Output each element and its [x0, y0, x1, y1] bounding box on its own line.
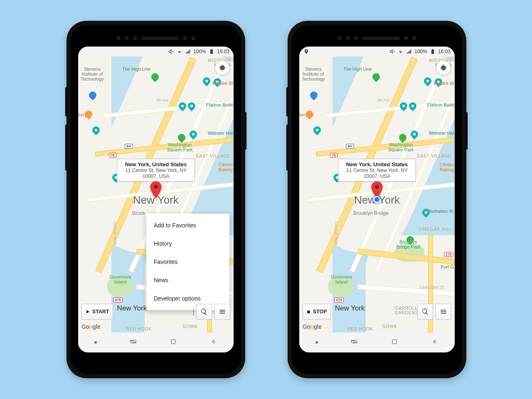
mute-icon	[389, 49, 395, 54]
nav-back-button[interactable]	[431, 337, 439, 347]
8th-ave-label: 8th Ave	[377, 98, 390, 102]
app-bottom-bar: STOP New York	[303, 303, 451, 320]
svg-point-0	[154, 185, 158, 189]
search-button[interactable]	[417, 304, 433, 320]
map-pin-icon[interactable]	[150, 181, 162, 199]
google-logo: Google	[81, 323, 100, 330]
flatiron-label: Flatiron Build	[206, 102, 233, 107]
status-bar: 100% 16:03	[299, 47, 455, 57]
location-callout[interactable]: New York, United States 11 Centre St, Ne…	[117, 159, 195, 182]
vinegar-label: VINEGAR HILL	[419, 227, 452, 232]
route-9a-shield: 9A	[346, 144, 354, 149]
android-nav-bar	[78, 332, 234, 352]
map-canvas[interactable]: 9A 78 478 278 MIDTOWN MANHA Stevens Inst…	[299, 57, 455, 332]
phone-right: 100% 16:03	[288, 21, 466, 378]
nav-home-button[interactable]	[169, 337, 177, 347]
status-bar: 100% 16:03	[78, 47, 234, 57]
start-button-label: START	[92, 309, 109, 315]
webster-label: Webster Hal	[208, 131, 233, 135]
i478-shield: 478	[334, 298, 344, 303]
battery-pct: 100%	[414, 49, 427, 54]
empire-label: Empire St	[213, 81, 233, 86]
menu-history[interactable]: History	[146, 234, 229, 253]
menu-favorites[interactable]: Favorites	[146, 253, 229, 271]
svg-rect-4	[392, 340, 397, 344]
fortg-label: Fort G	[441, 264, 454, 269]
highline-label: The High Line	[122, 66, 151, 71]
volume-down-button[interactable]	[65, 125, 67, 170]
svg-rect-3	[307, 310, 310, 313]
google-logo: Google	[303, 323, 321, 330]
callout-title: New York, United States	[122, 161, 190, 167]
menu-button[interactable]	[214, 304, 230, 320]
wifi-icon	[177, 49, 182, 54]
nj-label: NEW JERSEY	[113, 221, 117, 246]
phone-sensors	[71, 31, 241, 46]
gov-label: Governors Island	[110, 274, 131, 284]
bbp-label: Brooklyn Bridge Park	[397, 239, 420, 249]
highline-label: The High Line	[343, 66, 372, 71]
nav-assistant-dot[interactable]	[94, 341, 97, 344]
redhook-label: RED HOOK	[347, 327, 373, 331]
gowa-label: GOWA	[382, 324, 397, 329]
search-input[interactable]: New York	[116, 304, 193, 319]
my-location-button[interactable]	[436, 61, 451, 75]
start-button[interactable]: START	[81, 304, 113, 320]
search-button[interactable]	[196, 304, 212, 320]
flatiron-label: Flatiron Build	[427, 102, 454, 107]
wsp-label: Washington Square Park	[388, 142, 414, 152]
empire-label: Empire St	[434, 81, 454, 86]
nav-recents-button[interactable]	[129, 337, 137, 347]
route-9a-shield: 9A	[125, 144, 133, 149]
i478-shield: 478	[113, 298, 123, 303]
android-nav-bar	[299, 332, 455, 352]
status-time: 16:03	[217, 49, 229, 54]
app-bottom-bar: START New York	[81, 303, 230, 320]
volume-up-button[interactable]	[65, 87, 67, 116]
volume-down-button[interactable]	[286, 125, 288, 170]
menu-add-favorites[interactable]: Add to Favorites	[146, 216, 229, 234]
stop-button[interactable]: STOP	[303, 304, 331, 320]
power-button[interactable]	[245, 112, 246, 150]
i78-shield: 78	[109, 153, 116, 158]
menu-button[interactable]	[436, 304, 451, 320]
battery-pct: 100%	[193, 49, 206, 54]
location-callout[interactable]: New York, United States 11 Centre St, Ne…	[338, 159, 416, 182]
brook-label: Brook	[132, 210, 145, 216]
current-location-dot	[374, 196, 380, 203]
stevens-label: Stevens Institute of Technology	[302, 66, 325, 81]
i278-shield: 278	[444, 252, 453, 257]
eastvillage-label: EAST VILLAGE	[196, 154, 230, 158]
eastvillage-label: EAST VILLAGE	[417, 154, 451, 158]
gowa-label: GOWA	[183, 324, 197, 329]
nj-label: NEW JERSEY	[334, 221, 338, 246]
wifi-icon	[398, 49, 404, 54]
menu-news[interactable]: News	[146, 271, 229, 289]
power-button[interactable]	[466, 112, 468, 150]
manhattanbr-label: Manhattan Br	[426, 209, 454, 214]
nav-back-button[interactable]	[209, 337, 218, 347]
map-canvas[interactable]: 9A 78 478 MIDTOWN MANHA Stevens Institut…	[78, 57, 234, 332]
text-cursor	[193, 308, 194, 316]
bakery-label: kery	[78, 112, 87, 117]
battery-icon	[209, 49, 214, 54]
stop-button-label: STOP	[313, 309, 327, 315]
clinton-label: Clinton Baking	[219, 162, 233, 172]
livingston-label: Livingston St	[420, 285, 443, 290]
my-location-button[interactable]	[215, 61, 229, 75]
signal-icon	[185, 49, 191, 54]
phone-sensors	[292, 31, 462, 46]
svg-rect-1	[171, 340, 175, 344]
webster-label: Webster Hal	[429, 131, 454, 135]
callout-title: New York, United States	[343, 161, 411, 167]
nav-recents-button[interactable]	[350, 337, 358, 347]
overflow-menu: Add to Favorites History Favorites News …	[146, 214, 229, 310]
gov-label: Governors Island	[331, 274, 352, 284]
redhook-label: RED HOOK	[126, 327, 152, 331]
search-input[interactable]: New York	[333, 304, 415, 319]
volume-up-button[interactable]	[286, 87, 288, 116]
nav-assistant-dot[interactable]	[315, 341, 318, 344]
nav-home-button[interactable]	[390, 337, 399, 347]
mute-icon	[168, 49, 174, 54]
stevens-label: Stevens Institute of Technology	[81, 66, 104, 81]
